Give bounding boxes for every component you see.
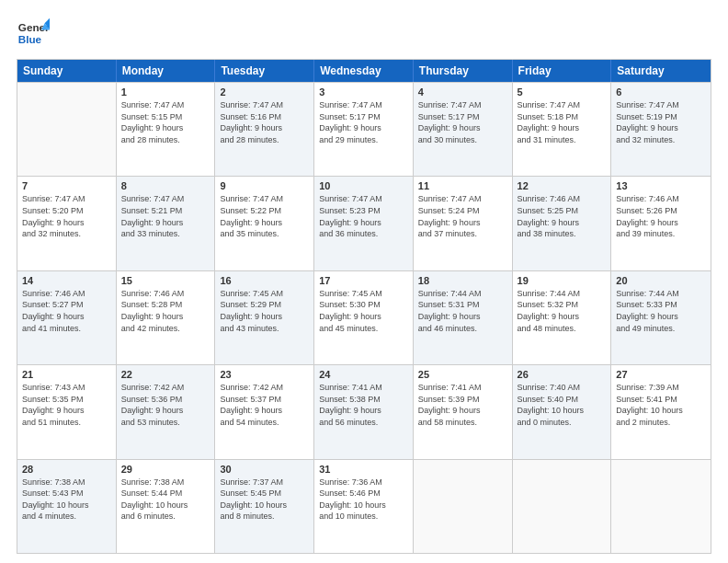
day-number: 24 xyxy=(319,369,408,380)
cal-cell-2-2: 16Sunrise: 7:45 AM Sunset: 5:29 PM Dayli… xyxy=(215,271,314,364)
day-number: 11 xyxy=(418,180,507,191)
svg-text:Blue: Blue xyxy=(18,33,42,45)
day-number: 20 xyxy=(616,275,706,286)
day-info: Sunrise: 7:47 AM Sunset: 5:16 PM Dayligh… xyxy=(220,99,309,145)
cal-cell-3-4: 25Sunrise: 7:41 AM Sunset: 5:39 PM Dayli… xyxy=(414,365,513,458)
cal-cell-3-6: 27Sunrise: 7:39 AM Sunset: 5:41 PM Dayli… xyxy=(611,365,711,458)
cal-cell-4-6 xyxy=(611,460,711,553)
day-info: Sunrise: 7:47 AM Sunset: 5:20 PM Dayligh… xyxy=(22,193,111,239)
cal-cell-0-3: 3Sunrise: 7:47 AM Sunset: 5:17 PM Daylig… xyxy=(314,83,414,176)
day-number: 1 xyxy=(121,86,210,98)
calendar-row-4: 28Sunrise: 7:38 AM Sunset: 5:43 PM Dayli… xyxy=(17,459,711,553)
day-info: Sunrise: 7:36 AM Sunset: 5:46 PM Dayligh… xyxy=(319,477,408,523)
day-info: Sunrise: 7:44 AM Sunset: 5:33 PM Dayligh… xyxy=(616,288,706,334)
cal-cell-2-0: 14Sunrise: 7:46 AM Sunset: 5:27 PM Dayli… xyxy=(17,271,117,364)
cal-cell-1-2: 9Sunrise: 7:47 AM Sunset: 5:22 PM Daylig… xyxy=(215,177,314,270)
day-info: Sunrise: 7:47 AM Sunset: 5:17 PM Dayligh… xyxy=(319,99,408,145)
day-info: Sunrise: 7:47 AM Sunset: 5:24 PM Dayligh… xyxy=(418,193,507,239)
weekday-header-monday: Monday xyxy=(117,60,216,82)
day-number: 4 xyxy=(418,86,507,98)
day-info: Sunrise: 7:38 AM Sunset: 5:44 PM Dayligh… xyxy=(121,477,210,523)
logo-icon: General Blue xyxy=(17,17,50,50)
day-number: 6 xyxy=(616,86,706,98)
cal-cell-1-3: 10Sunrise: 7:47 AM Sunset: 5:23 PM Dayli… xyxy=(314,177,414,270)
day-number: 13 xyxy=(616,180,706,191)
day-number: 8 xyxy=(121,180,210,191)
cal-cell-0-1: 1Sunrise: 7:47 AM Sunset: 5:15 PM Daylig… xyxy=(117,83,216,176)
cal-cell-4-4 xyxy=(414,460,513,553)
cal-cell-1-1: 8Sunrise: 7:47 AM Sunset: 5:21 PM Daylig… xyxy=(117,177,216,270)
cal-cell-2-1: 15Sunrise: 7:46 AM Sunset: 5:28 PM Dayli… xyxy=(117,271,216,364)
day-number: 25 xyxy=(418,369,507,380)
cal-cell-4-1: 29Sunrise: 7:38 AM Sunset: 5:44 PM Dayli… xyxy=(117,460,216,553)
day-info: Sunrise: 7:44 AM Sunset: 5:31 PM Dayligh… xyxy=(418,288,507,334)
day-info: Sunrise: 7:45 AM Sunset: 5:29 PM Dayligh… xyxy=(220,288,309,334)
cal-cell-1-0: 7Sunrise: 7:47 AM Sunset: 5:20 PM Daylig… xyxy=(17,177,117,270)
day-number: 19 xyxy=(518,275,607,286)
cal-cell-0-0 xyxy=(17,83,117,176)
day-info: Sunrise: 7:47 AM Sunset: 5:22 PM Dayligh… xyxy=(220,193,309,239)
day-info: Sunrise: 7:40 AM Sunset: 5:40 PM Dayligh… xyxy=(518,382,607,428)
day-number: 12 xyxy=(518,180,607,191)
day-info: Sunrise: 7:41 AM Sunset: 5:39 PM Dayligh… xyxy=(418,382,507,428)
weekday-header-thursday: Thursday xyxy=(414,60,513,82)
page: General Blue SundayMondayTuesdayWednesda… xyxy=(0,0,728,563)
header: General Blue xyxy=(17,17,711,50)
weekday-header-friday: Friday xyxy=(513,60,612,82)
day-info: Sunrise: 7:46 AM Sunset: 5:26 PM Dayligh… xyxy=(616,193,706,239)
day-info: Sunrise: 7:46 AM Sunset: 5:27 PM Dayligh… xyxy=(22,288,111,334)
cal-cell-2-4: 18Sunrise: 7:44 AM Sunset: 5:31 PM Dayli… xyxy=(414,271,513,364)
weekday-header-wednesday: Wednesday xyxy=(314,60,414,82)
cal-cell-3-0: 21Sunrise: 7:43 AM Sunset: 5:35 PM Dayli… xyxy=(17,365,117,458)
day-number: 14 xyxy=(22,275,111,286)
cal-cell-1-5: 12Sunrise: 7:46 AM Sunset: 5:25 PM Dayli… xyxy=(513,177,612,270)
day-info: Sunrise: 7:44 AM Sunset: 5:32 PM Dayligh… xyxy=(518,288,607,334)
cal-cell-1-6: 13Sunrise: 7:46 AM Sunset: 5:26 PM Dayli… xyxy=(611,177,711,270)
day-info: Sunrise: 7:46 AM Sunset: 5:25 PM Dayligh… xyxy=(518,193,607,239)
day-number: 31 xyxy=(319,464,408,475)
calendar-header: SundayMondayTuesdayWednesdayThursdayFrid… xyxy=(17,60,711,82)
day-info: Sunrise: 7:42 AM Sunset: 5:36 PM Dayligh… xyxy=(121,382,210,428)
day-number: 16 xyxy=(220,275,309,286)
day-info: Sunrise: 7:47 AM Sunset: 5:18 PM Dayligh… xyxy=(518,99,607,145)
cal-cell-2-6: 20Sunrise: 7:44 AM Sunset: 5:33 PM Dayli… xyxy=(611,271,711,364)
day-info: Sunrise: 7:41 AM Sunset: 5:38 PM Dayligh… xyxy=(319,382,408,428)
cal-cell-0-5: 5Sunrise: 7:47 AM Sunset: 5:18 PM Daylig… xyxy=(513,83,612,176)
cal-cell-0-6: 6Sunrise: 7:47 AM Sunset: 5:19 PM Daylig… xyxy=(611,83,711,176)
day-info: Sunrise: 7:47 AM Sunset: 5:15 PM Dayligh… xyxy=(121,99,210,145)
day-number: 10 xyxy=(319,180,408,191)
day-info: Sunrise: 7:39 AM Sunset: 5:41 PM Dayligh… xyxy=(616,382,706,428)
cal-cell-2-3: 17Sunrise: 7:45 AM Sunset: 5:30 PM Dayli… xyxy=(314,271,414,364)
day-info: Sunrise: 7:45 AM Sunset: 5:30 PM Dayligh… xyxy=(319,288,408,334)
day-info: Sunrise: 7:47 AM Sunset: 5:21 PM Dayligh… xyxy=(121,193,210,239)
calendar-body: 1Sunrise: 7:47 AM Sunset: 5:15 PM Daylig… xyxy=(17,82,711,553)
cal-cell-0-4: 4Sunrise: 7:47 AM Sunset: 5:17 PM Daylig… xyxy=(414,83,513,176)
day-number: 29 xyxy=(121,464,210,475)
day-info: Sunrise: 7:37 AM Sunset: 5:45 PM Dayligh… xyxy=(220,477,309,523)
day-info: Sunrise: 7:47 AM Sunset: 5:23 PM Dayligh… xyxy=(319,193,408,239)
day-number: 15 xyxy=(121,275,210,286)
calendar-row-1: 7Sunrise: 7:47 AM Sunset: 5:20 PM Daylig… xyxy=(17,176,711,270)
cal-cell-3-5: 26Sunrise: 7:40 AM Sunset: 5:40 PM Dayli… xyxy=(513,365,612,458)
day-number: 18 xyxy=(418,275,507,286)
day-number: 9 xyxy=(220,180,309,191)
day-number: 5 xyxy=(518,86,607,98)
day-number: 22 xyxy=(121,369,210,380)
day-info: Sunrise: 7:43 AM Sunset: 5:35 PM Dayligh… xyxy=(22,382,111,428)
day-info: Sunrise: 7:38 AM Sunset: 5:43 PM Dayligh… xyxy=(22,477,111,523)
calendar-row-0: 1Sunrise: 7:47 AM Sunset: 5:15 PM Daylig… xyxy=(17,82,711,176)
weekday-header-tuesday: Tuesday xyxy=(215,60,314,82)
cal-cell-4-2: 30Sunrise: 7:37 AM Sunset: 5:45 PM Dayli… xyxy=(215,460,314,553)
day-number: 28 xyxy=(22,464,111,475)
day-info: Sunrise: 7:42 AM Sunset: 5:37 PM Dayligh… xyxy=(220,382,309,428)
day-info: Sunrise: 7:47 AM Sunset: 5:17 PM Dayligh… xyxy=(418,99,507,145)
day-number: 21 xyxy=(22,369,111,380)
day-number: 27 xyxy=(616,369,706,380)
day-number: 7 xyxy=(22,180,111,191)
cal-cell-3-1: 22Sunrise: 7:42 AM Sunset: 5:36 PM Dayli… xyxy=(117,365,216,458)
day-number: 2 xyxy=(220,86,309,98)
cal-cell-2-5: 19Sunrise: 7:44 AM Sunset: 5:32 PM Dayli… xyxy=(513,271,612,364)
calendar-row-3: 21Sunrise: 7:43 AM Sunset: 5:35 PM Dayli… xyxy=(17,364,711,458)
calendar-row-2: 14Sunrise: 7:46 AM Sunset: 5:27 PM Dayli… xyxy=(17,270,711,364)
cal-cell-3-2: 23Sunrise: 7:42 AM Sunset: 5:37 PM Dayli… xyxy=(215,365,314,458)
